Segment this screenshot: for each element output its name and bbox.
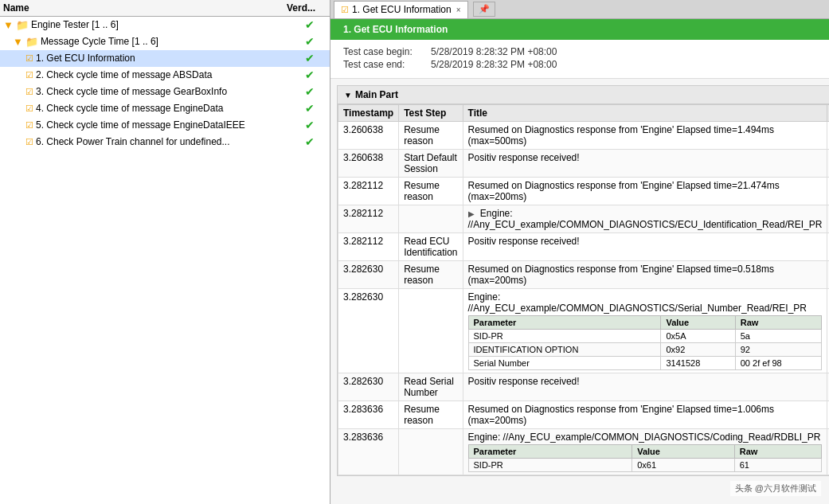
cell-timestamp: 3.282112 bbox=[338, 233, 399, 261]
main-part: ▼ Main Part Timestamp Test Step Title Re… bbox=[337, 85, 829, 476]
tree-item-6-power[interactable]: ☑ 6. Check Power Train channel for undef… bbox=[0, 134, 330, 150]
tab-label: 1. Get ECU Information bbox=[352, 4, 452, 15]
cell-title: Resumed on Diagnostics response from 'En… bbox=[463, 122, 827, 150]
end-value: 5/28/2019 8:28:32 PM +08:00 bbox=[431, 59, 557, 70]
collapse-icon: ▼ bbox=[13, 36, 23, 48]
cell-step bbox=[399, 205, 463, 233]
table-row: 3.282630 Read Serial Number Positiv resp… bbox=[338, 373, 830, 401]
tree-item-4-engine[interactable]: ☑ 4. Check cycle time of message EngineD… bbox=[0, 100, 330, 117]
cell-timestamp: 3.260638 bbox=[338, 150, 399, 178]
cell-timestamp: 3.282630 bbox=[338, 289, 399, 373]
sub-cell-value: 0x5A bbox=[661, 330, 735, 343]
tab-close-button[interactable]: × bbox=[456, 6, 461, 14]
folder-icon: 📁 bbox=[16, 19, 29, 31]
verdict-icon: ✔ bbox=[290, 119, 330, 131]
expand-arrow-icon[interactable]: ▶ bbox=[468, 209, 475, 218]
begin-value: 5/28/2019 8:28:32 PM +08:00 bbox=[431, 46, 557, 57]
tree-label: 3. Check cycle time of message GearBoxIn… bbox=[36, 86, 290, 97]
begin-label: Test case begin: bbox=[343, 46, 431, 57]
active-tab[interactable]: ☑ 1. Get ECU Information × bbox=[334, 1, 468, 18]
tree-item-engine-tester[interactable]: ▼ 📁 Engine Tester [1 .. 6] ✔ bbox=[0, 17, 330, 33]
cell-timestamp: 3.283636 bbox=[338, 429, 399, 475]
verdict-column-header: Verd... bbox=[287, 2, 327, 14]
sub-table: Parameter Value Raw SID-PR 0x61 bbox=[468, 444, 823, 472]
tab-file-icon: ☑ bbox=[341, 5, 349, 15]
sub-cell-param: Serial Number bbox=[468, 357, 661, 370]
cell-step: Read ECU Identification bbox=[399, 233, 463, 261]
section-header: ▼ Main Part bbox=[338, 86, 829, 104]
verdict-icon: ✔ bbox=[290, 85, 330, 98]
cell-timestamp: 3.282630 bbox=[338, 261, 399, 289]
sub-cell-value: 0x92 bbox=[661, 343, 735, 357]
end-label: Test case end: bbox=[343, 59, 431, 70]
file-icon: ☑ bbox=[25, 70, 33, 80]
tree-header: Name Verd... bbox=[0, 0, 330, 17]
cell-title: Positiv response received! bbox=[463, 150, 827, 178]
table-row: 3.283636 Engine: //Any_ECU_example/COMMO… bbox=[338, 429, 830, 475]
cell-title: Positiv response received! bbox=[463, 373, 827, 401]
table-row: 3.282630 Engine: //Any_ECU_example/COMMO… bbox=[338, 289, 830, 373]
section-collapse-icon: ▼ bbox=[344, 91, 352, 100]
sub-col-param: Parameter bbox=[468, 445, 632, 459]
tree-item-5-engine-ieee[interactable]: ☑ 5. Check cycle time of message EngineD… bbox=[0, 117, 330, 134]
cell-timestamp: 3.282112 bbox=[338, 178, 399, 205]
cell-step: Resume reason bbox=[399, 261, 463, 289]
cell-step bbox=[399, 289, 463, 373]
cell-title: Engine: //Any_ECU_example/COMMON_DIAGNOS… bbox=[463, 429, 827, 475]
folder-icon: 📁 bbox=[25, 36, 38, 48]
tree-label: 1. Get ECU Information bbox=[36, 53, 290, 64]
tree-label: 4. Check cycle time of message EngineDat… bbox=[36, 103, 290, 114]
verdict-icon: ✔ bbox=[290, 35, 330, 48]
sub-cell-param: IDENTIFICATION OPTION bbox=[468, 343, 661, 357]
file-icon: ☑ bbox=[25, 87, 33, 97]
sub-cell-raw: 5a bbox=[735, 330, 822, 343]
col-timestamp: Timestamp bbox=[338, 105, 399, 122]
cell-title: ▶ Engine: //Any_ECU_example/COMMON_DIAGN… bbox=[463, 205, 827, 233]
section-title: Main Part bbox=[355, 89, 398, 100]
sub-table: Parameter Value Raw SID-PR 0x5A bbox=[468, 315, 823, 370]
sub-col-value: Value bbox=[661, 316, 735, 330]
sub-cell-raw: 00 2f ef 98 bbox=[735, 357, 822, 370]
tree-item-message-cycle[interactable]: ▼ 📁 Message Cycle Time [1 .. 6] ✔ bbox=[0, 33, 330, 50]
sub-table-row: IDENTIFICATION OPTION 0x92 92 bbox=[468, 343, 822, 357]
verdict-icon: ✔ bbox=[290, 135, 330, 148]
tree-label: 5. Check cycle time of message EngineDat… bbox=[36, 119, 290, 131]
col-teststep: Test Step bbox=[399, 105, 463, 122]
test-info: Test case begin: 5/28/2019 8:28:32 PM +0… bbox=[330, 40, 829, 79]
cell-step: Resume reason bbox=[399, 178, 463, 205]
table-row: 3.282112 ▶ Engine: //Any_ECU_example/COM… bbox=[338, 205, 830, 233]
sub-table-row: SID-PR 0x5A 5a bbox=[468, 330, 822, 343]
sub-cell-value: 0x61 bbox=[632, 459, 734, 472]
file-icon: ☑ bbox=[25, 104, 33, 114]
sub-col-raw: Raw bbox=[735, 316, 822, 330]
verdict-icon: ✔ bbox=[290, 68, 330, 81]
tree-label: Message Cycle Time [1 .. 6] bbox=[41, 36, 290, 47]
file-icon: ☑ bbox=[25, 53, 33, 64]
cell-title: Resumed on Diagnostics response from 'En… bbox=[463, 178, 827, 205]
tree-item-3-gear[interactable]: ☑ 3. Check cycle time of message GearBox… bbox=[0, 84, 330, 100]
sub-table-row: SID-PR 0x61 61 bbox=[468, 459, 822, 472]
table-row: 3.282112 Read ECU Identification Positiv… bbox=[338, 233, 830, 261]
cell-title: Engine: //Any_ECU_example/COMMON_DIAGNOS… bbox=[463, 289, 827, 373]
sub-col-value: Value bbox=[632, 445, 734, 459]
sub-cell-param: SID-PR bbox=[468, 459, 632, 472]
tree-item-1-get-ecu[interactable]: ☑ 1. Get ECU Information ✔ bbox=[0, 50, 330, 67]
main-table: Timestamp Test Step Title Result 3.26063… bbox=[338, 104, 829, 475]
sub-cell-value: 3141528 bbox=[661, 357, 735, 370]
cell-timestamp: 3.282112 bbox=[338, 205, 399, 233]
table-row: 3.282630 Resume reason Resumed on Diagno… bbox=[338, 261, 830, 289]
cell-step: Start Default Session bbox=[399, 150, 463, 178]
name-column-header: Name bbox=[3, 2, 287, 14]
cell-step: Resume reason bbox=[399, 122, 463, 150]
pin-button[interactable]: 📌 bbox=[473, 2, 495, 17]
sub-col-raw: Raw bbox=[734, 445, 822, 459]
tree-label: Engine Tester [1 .. 6] bbox=[31, 19, 290, 30]
result-title: 1. Get ECU Information bbox=[343, 24, 448, 35]
tree-label: 2. Check cycle time of message ABSData bbox=[36, 69, 290, 80]
table-row: 3.260638 Start Default Session Positiv r… bbox=[338, 150, 830, 178]
tree-label: 6. Check Power Train channel for undefin… bbox=[36, 136, 290, 147]
verdict-icon: ✔ bbox=[290, 18, 330, 31]
tree-item-2-abs[interactable]: ☑ 2. Check cycle time of message ABSData… bbox=[0, 67, 330, 84]
result-header: 1. Get ECU Information Pass bbox=[330, 19, 829, 40]
sub-cell-raw: 61 bbox=[734, 459, 822, 472]
